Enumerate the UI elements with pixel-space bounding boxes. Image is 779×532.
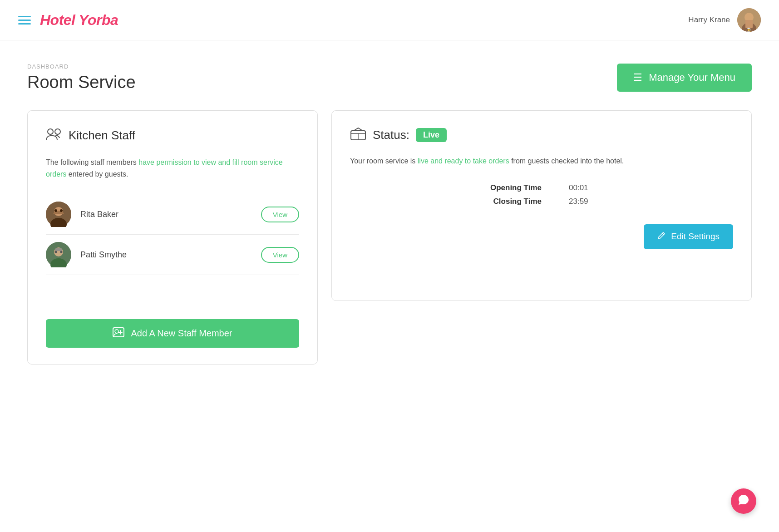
times-table: Opening Time 00:01 Closing Time 23:59: [451, 183, 632, 206]
edit-settings-button[interactable]: Edit Settings: [644, 224, 733, 249]
title-section: DASHBOARD Room Service: [27, 63, 136, 92]
header-left: Hotel Yorba: [18, 12, 118, 29]
svg-point-11: [60, 209, 63, 212]
status-desc-after: from guests checked into the hotel.: [509, 157, 624, 165]
add-staff-label: Add A New Staff Member: [131, 328, 232, 339]
staff-desc-before: The following staff members: [46, 158, 138, 166]
svg-point-10: [54, 209, 57, 212]
avatar-image: 👨‍🍳: [737, 8, 761, 32]
chat-icon: [737, 493, 750, 509]
closing-time-row: Closing Time 23:59: [451, 197, 632, 206]
staff-name-rita: Rita Baker: [80, 210, 252, 219]
svg-point-17: [60, 251, 63, 253]
closing-time-value: 23:59: [569, 197, 605, 206]
hamburger-icon[interactable]: [18, 16, 31, 25]
svg-point-16: [55, 251, 57, 253]
manage-menu-label: Manage Your Menu: [649, 72, 735, 84]
staff-avatar-patti: [46, 242, 71, 267]
cards-row: Kitchen Staff The following staff member…: [27, 110, 752, 365]
closing-time-label: Closing Time: [478, 197, 542, 206]
page-header: DASHBOARD Room Service ☰ Manage Your Men…: [27, 63, 752, 92]
status-badge: Live: [416, 128, 447, 142]
add-staff-icon: [113, 327, 124, 340]
status-desc-highlight: live and ready to take orders: [418, 157, 509, 165]
staff-name-patti: Patti Smythe: [80, 250, 252, 260]
status-desc-before: Your room service is: [350, 157, 418, 165]
user-name: Harry Krane: [688, 15, 730, 25]
opening-time-row: Opening Time 00:01: [451, 183, 632, 192]
pencil-icon: [657, 232, 666, 242]
staff-item-patti: Patti Smythe View: [46, 235, 299, 275]
opening-time-label: Opening Time: [478, 183, 542, 192]
svg-rect-15: [55, 248, 62, 251]
status-card: Status: Live Your room service is live a…: [331, 110, 752, 301]
staff-avatar-rita: [46, 202, 71, 227]
view-patti-button[interactable]: View: [261, 247, 299, 263]
svg-text:👨‍🍳: 👨‍🍳: [747, 27, 751, 32]
menu-lines-icon: ☰: [633, 72, 642, 84]
kitchen-staff-icon: [46, 127, 62, 144]
page-title: Room Service: [27, 73, 136, 92]
manage-menu-button[interactable]: ☰ Manage Your Menu: [617, 64, 752, 92]
svg-point-6: [55, 129, 60, 134]
status-description: Your room service is live and ready to t…: [350, 155, 733, 167]
header: Hotel Yorba Harry Krane 👨‍🍳: [0, 0, 779, 40]
kitchen-staff-header: Kitchen Staff: [46, 127, 299, 144]
staff-description: The following staff members have permiss…: [46, 157, 299, 180]
svg-point-19: [115, 330, 118, 333]
kitchen-staff-card: Kitchen Staff The following staff member…: [27, 110, 318, 365]
kitchen-staff-title: Kitchen Staff: [69, 128, 135, 143]
staff-list: Rita Baker View: [46, 194, 299, 301]
svg-point-5: [48, 129, 53, 134]
avatar: 👨‍🍳: [737, 8, 761, 32]
chat-fab[interactable]: [731, 488, 756, 514]
status-icon: [350, 127, 366, 143]
opening-time-value: 00:01: [569, 183, 605, 192]
main-content: DASHBOARD Room Service ☰ Manage Your Men…: [0, 40, 779, 387]
logo: Hotel Yorba: [40, 12, 118, 29]
status-header: Status: Live: [350, 127, 733, 143]
status-title: Status:: [373, 128, 409, 142]
add-staff-button[interactable]: Add A New Staff Member: [46, 319, 299, 348]
header-right: Harry Krane 👨‍🍳: [688, 8, 761, 32]
edit-settings-label: Edit Settings: [671, 232, 720, 241]
svg-rect-3: [745, 20, 753, 28]
staff-desc-after: entered by guests.: [66, 170, 128, 178]
breadcrumb: DASHBOARD: [27, 63, 136, 70]
view-rita-button[interactable]: View: [261, 207, 299, 222]
svg-line-25: [662, 233, 664, 235]
staff-item-rita: Rita Baker View: [46, 194, 299, 235]
